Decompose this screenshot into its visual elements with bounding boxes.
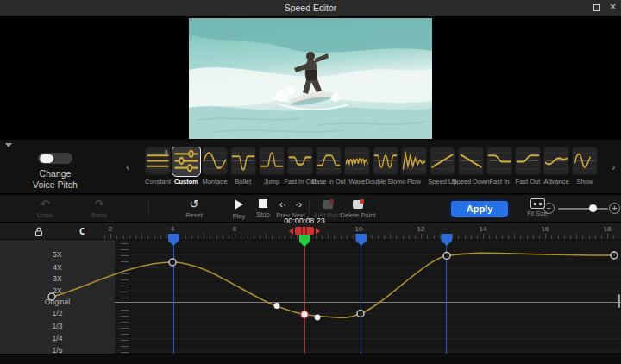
ruler-number: 18 bbox=[604, 225, 612, 233]
keyframe-point[interactable] bbox=[611, 252, 618, 259]
preset-show[interactable]: Show bbox=[572, 147, 598, 185]
preset-thumbnail bbox=[316, 147, 342, 175]
preset-montage[interactable]: Montage bbox=[202, 147, 228, 185]
keyframe-point[interactable] bbox=[443, 253, 450, 260]
preset-thumbnail bbox=[287, 147, 313, 175]
curve-mode-button[interactable]: C bbox=[74, 225, 90, 237]
change-label: Change bbox=[16, 168, 95, 179]
lock-icon bbox=[34, 226, 44, 237]
apply-button[interactable]: Apply bbox=[449, 199, 510, 218]
preset-custom[interactable]: Custom bbox=[173, 147, 199, 185]
preset-label: Custom bbox=[174, 178, 198, 185]
speed-editor-window: Speed Editor × bbox=[0, 0, 621, 364]
collapse-caret-icon[interactable] bbox=[5, 143, 12, 147]
preset-fast-out[interactable]: Fast Out bbox=[515, 147, 541, 185]
keyframe-point[interactable] bbox=[169, 259, 176, 266]
preset-thumbnail bbox=[515, 147, 541, 175]
preset-bullet[interactable]: Bullet bbox=[230, 147, 256, 185]
speed-curve-graph[interactable]: 5X4X3X2XOriginal1/21/31/41/5 bbox=[0, 240, 621, 354]
close-icon[interactable]: × bbox=[610, 1, 616, 13]
graph-scroll-handle[interactable] bbox=[618, 294, 620, 308]
speed-curve[interactable] bbox=[52, 253, 614, 317]
ruler-number: 14 bbox=[480, 225, 487, 233]
reset-icon: ↺ bbox=[190, 198, 199, 210]
preset-flow[interactable]: Flow bbox=[401, 147, 427, 185]
voice-pitch-label: Voice Pitch bbox=[16, 179, 95, 190]
preset-label: Fast Out bbox=[516, 178, 541, 185]
surfer-wave-image bbox=[189, 18, 432, 139]
preset-label: Advance bbox=[543, 178, 568, 185]
preset-advance[interactable]: Advance bbox=[543, 147, 569, 185]
zoom-out-icon[interactable]: − bbox=[543, 203, 555, 214]
preset-label: Flow bbox=[407, 178, 421, 185]
playhead-timestamp: 00:00:08.23 bbox=[270, 217, 339, 225]
preset-constant[interactable]: Constant bbox=[145, 147, 171, 185]
ruler-number: 12 bbox=[417, 225, 425, 233]
preset-label: Show bbox=[577, 178, 593, 185]
speed-curve-canvas[interactable] bbox=[0, 240, 621, 354]
zoom-slider[interactable] bbox=[558, 208, 608, 210]
preset-label: Ease In Out bbox=[311, 178, 346, 185]
preset-speed-down[interactable]: Speed Down bbox=[458, 147, 484, 185]
preset-jump[interactable]: Jump bbox=[259, 147, 285, 185]
preset-fast-in-out[interactable]: Fast In Out bbox=[287, 147, 313, 185]
preset-label: Bullet bbox=[235, 178, 252, 185]
undo-icon: ↶ bbox=[41, 198, 50, 210]
play-icon bbox=[235, 199, 243, 210]
preset-bar: Change Voice Pitch ‹ ConstantCustomMonta… bbox=[0, 140, 621, 194]
preset-thumbnail bbox=[172, 147, 201, 177]
preset-speed-up[interactable]: Speed Up bbox=[430, 147, 455, 185]
preset-double-slomo[interactable]: Double Slomo bbox=[373, 147, 398, 185]
fit-size-icon bbox=[530, 198, 545, 209]
preset-thumbnail bbox=[458, 147, 484, 175]
ruler-number: 4 bbox=[171, 225, 174, 233]
window-title: Speed Editor bbox=[0, 3, 621, 13]
preset-label: Jump bbox=[264, 178, 279, 185]
preset-thumbnail bbox=[572, 147, 598, 175]
preset-thumbnail bbox=[230, 147, 256, 175]
ruler-number: 2 bbox=[109, 225, 112, 233]
ruler-number: 10 bbox=[355, 225, 363, 233]
preset-label: Wave bbox=[349, 178, 366, 185]
delete-point-button[interactable]: Delete Point bbox=[336, 198, 380, 219]
next-icon: ·› bbox=[295, 198, 303, 210]
voice-pitch-toggle[interactable] bbox=[38, 153, 72, 164]
preset-thumbnail bbox=[202, 147, 228, 175]
playhead-handle[interactable] bbox=[295, 227, 314, 235]
preset-label: Double Slomo bbox=[365, 178, 405, 185]
video-preview[interactable] bbox=[189, 18, 432, 139]
keyframe-point[interactable] bbox=[48, 293, 55, 300]
control-point[interactable] bbox=[315, 315, 321, 321]
preset-thumbnail bbox=[373, 147, 398, 175]
control-point[interactable] bbox=[274, 303, 280, 309]
zoom-in-icon[interactable]: + bbox=[609, 203, 620, 214]
preset-thumbnail bbox=[259, 147, 285, 175]
preset-fast-in[interactable]: Fast In bbox=[486, 147, 512, 185]
preset-list: ConstantCustomMontageBulletJumpFast In O… bbox=[145, 147, 602, 185]
keyframe-point[interactable] bbox=[357, 311, 364, 317]
lock-button[interactable] bbox=[31, 225, 47, 237]
preset-label: Fast In bbox=[490, 178, 510, 185]
curve-mode-icon: C bbox=[79, 226, 85, 237]
preset-thumbnail bbox=[145, 147, 171, 175]
preset-label: Constant bbox=[145, 178, 171, 185]
preset-ease-in-out[interactable]: Ease In Out bbox=[316, 147, 342, 185]
reset-button[interactable]: ↺ Reset bbox=[177, 198, 211, 219]
scroll-left-icon[interactable]: ‹ bbox=[126, 160, 129, 173]
preset-thumbnail bbox=[344, 147, 370, 175]
preset-thumbnail bbox=[543, 147, 569, 175]
title-bar: Speed Editor × bbox=[0, 0, 621, 16]
playhead-curve-point[interactable] bbox=[301, 311, 308, 317]
zoom-slider-thumb[interactable] bbox=[589, 204, 597, 212]
preset-thumbnail bbox=[401, 147, 427, 175]
redo-icon: ↷ bbox=[95, 198, 104, 210]
maximize-icon[interactable] bbox=[593, 4, 600, 11]
scroll-right-icon[interactable]: › bbox=[612, 160, 615, 173]
playhead-right-arrow-icon[interactable] bbox=[316, 228, 320, 235]
preset-thumbnail bbox=[486, 147, 512, 175]
undo-button[interactable]: ↶ Undo bbox=[28, 198, 62, 219]
redo-button[interactable]: ↷ Redo bbox=[82, 198, 116, 219]
preset-thumbnail bbox=[430, 147, 455, 175]
playhead-left-arrow-icon[interactable] bbox=[289, 228, 293, 235]
toggle-knob bbox=[40, 154, 53, 163]
